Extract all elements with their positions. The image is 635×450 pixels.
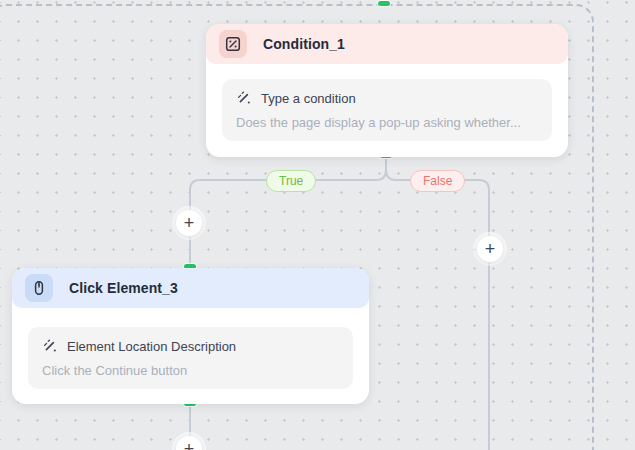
click-node-header: Click Element_3 <box>12 268 369 308</box>
mouse-icon <box>25 274 53 302</box>
edit-pen-icon <box>42 338 58 354</box>
node-condition[interactable]: Condition_1 Type a condition Does the pa… <box>206 24 568 157</box>
edge-false-branch <box>386 155 489 450</box>
plus-icon: + <box>485 240 496 258</box>
node-click-element[interactable]: Click Element_3 Element Location Descrip… <box>12 268 369 404</box>
plus-icon: + <box>184 440 195 450</box>
click-field-value: Click the Continue button <box>42 363 339 378</box>
plus-icon: + <box>184 214 195 232</box>
flow-canvas[interactable]: True False + + + Condition_1 <box>0 0 635 450</box>
click-field-label: Element Location Description <box>67 339 236 354</box>
click-field[interactable]: Element Location Description Click the C… <box>28 327 353 389</box>
add-node-button-false-branch[interactable]: + <box>477 236 503 262</box>
condition-field[interactable]: Type a condition Does the page display a… <box>222 79 552 141</box>
condition-percent-square-icon <box>219 30 247 58</box>
click-node-title: Click Element_3 <box>69 280 178 296</box>
edge-label-false: False <box>410 170 465 192</box>
edit-pen-icon <box>236 90 252 106</box>
edge-label-true: True <box>266 170 316 192</box>
add-node-button-true-branch[interactable]: + <box>176 210 202 236</box>
condition-node-title: Condition_1 <box>263 36 345 52</box>
condition-node-header: Condition_1 <box>206 24 568 64</box>
condition-field-value: Does the page display a pop-up asking wh… <box>236 115 538 130</box>
condition-field-label: Type a condition <box>261 91 356 106</box>
group-output-handle[interactable] <box>378 1 390 6</box>
